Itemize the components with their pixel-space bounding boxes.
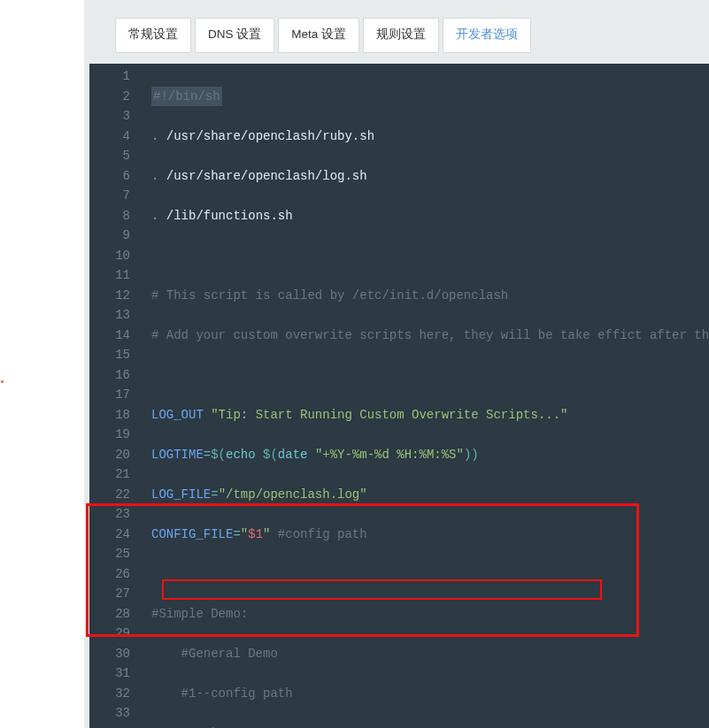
line-number: 15 — [89, 345, 141, 365]
line-number: 18 — [89, 405, 141, 425]
tab-meta[interactable]: Meta 设置 — [278, 18, 359, 53]
line-number: 26 — [89, 564, 141, 585]
tab-general[interactable]: 常规设置 — [115, 18, 191, 53]
line-number: 28 — [89, 604, 141, 625]
line-number: 16 — [89, 365, 141, 386]
code-line-10: LOGTIME=$(echo $(date "+%Y-%m-%d %H:%M:%… — [151, 445, 709, 465]
code-line-4: . /lib/functions.sh — [151, 206, 709, 226]
code-editor[interactable]: 1234567891011121314151617181920212223242… — [89, 64, 709, 728]
line-number: 21 — [89, 464, 141, 485]
tab-strip: 常规设置 DNS 设置 Meta 设置 规则设置 开发者选项 — [115, 18, 531, 53]
code-line-2: . /usr/share/openclash/ruby.sh — [151, 126, 709, 147]
code-line-11: LOG_FILE="/tmp/openclash.log" — [151, 485, 709, 505]
line-number: 23 — [89, 504, 141, 525]
line-number: 8 — [89, 206, 141, 226]
line-number: 31 — [89, 663, 141, 684]
line-number: 22 — [89, 485, 141, 505]
line-number: 12 — [89, 286, 141, 306]
code-line-7: # Add your custom overwrite scripts here… — [151, 326, 709, 346]
code-line-8 — [151, 365, 709, 386]
code-line-14: #Simple Demo: — [151, 604, 709, 625]
line-number: 20 — [89, 445, 141, 465]
line-number: 2 — [89, 87, 141, 107]
line-number: 24 — [89, 525, 141, 545]
code-area[interactable]: #!/bin/sh . /usr/share/openclash/ruby.sh… — [141, 64, 709, 728]
top-gap — [84, 0, 709, 13]
line-number: 14 — [89, 326, 141, 346]
left-panel — [0, 0, 84, 728]
code-line-6: # This script is called by /etc/init.d/o… — [151, 286, 709, 306]
code-line-13 — [151, 564, 709, 585]
line-number: 6 — [89, 166, 141, 187]
code-line-1: #!/bin/sh — [151, 87, 709, 107]
code-line-17: #2--key name — [151, 724, 709, 729]
line-number: 9 — [89, 226, 141, 246]
code-line-5 — [151, 246, 709, 266]
line-number: 1 — [89, 66, 141, 87]
line-number: 10 — [89, 246, 141, 266]
tab-developer[interactable]: 开发者选项 — [443, 18, 531, 53]
code-line-3: . /usr/share/openclash/log.sh — [151, 166, 709, 187]
line-number: 32 — [89, 684, 141, 704]
red-dot-marker — [1, 380, 4, 383]
line-number: 30 — [89, 644, 141, 664]
gutter: 1234567891011121314151617181920212223242… — [89, 64, 141, 728]
code-line-15: #General Demo — [151, 644, 709, 664]
line-number: 13 — [89, 305, 141, 326]
code-line-9: LOG_OUT "Tip: Start Running Custom Overw… — [151, 405, 709, 425]
line-number: 29 — [89, 624, 141, 644]
tab-dns[interactable]: DNS 设置 — [195, 18, 274, 53]
line-number: 7 — [89, 186, 141, 206]
line-number: 25 — [89, 544, 141, 564]
tab-rules[interactable]: 规则设置 — [363, 18, 439, 53]
line-number: 4 — [89, 126, 141, 147]
line-number: 17 — [89, 385, 141, 405]
line-number: 11 — [89, 265, 141, 286]
code-line-16: #1--config path — [151, 684, 709, 704]
code-line-12: CONFIG_FILE="$1" #config path — [151, 525, 709, 545]
line-number: 27 — [89, 584, 141, 604]
line-number: 19 — [89, 425, 141, 445]
line-number: 3 — [89, 106, 141, 126]
line-number: 5 — [89, 146, 141, 166]
line-number: 33 — [89, 703, 141, 724]
